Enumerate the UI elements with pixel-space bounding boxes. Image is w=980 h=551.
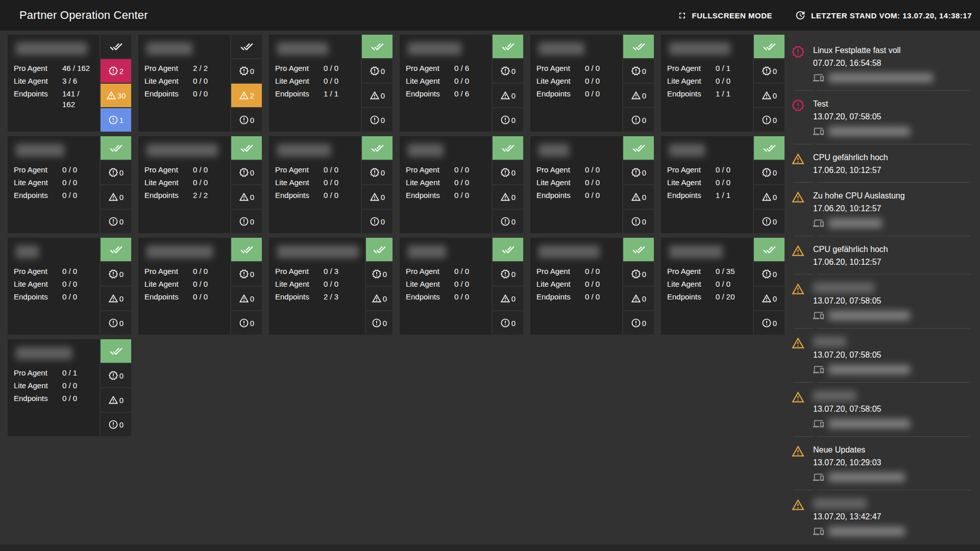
warning-count-tile[interactable]: 0 (231, 185, 262, 209)
info-count-tile[interactable]: 0 (231, 108, 262, 132)
error-count-tile[interactable]: 0 (362, 161, 393, 184)
warning-count-tile[interactable]: 0 (623, 84, 654, 107)
warning-count-tile[interactable]: 0 (754, 185, 785, 209)
info-count-tile[interactable]: 0 (623, 210, 654, 233)
warning-count-tile[interactable]: 0 (362, 185, 393, 209)
warning-count-tile[interactable]: 0 (493, 84, 523, 107)
info-count-tile[interactable]: 0 (493, 108, 523, 132)
ok-status-tile[interactable] (101, 136, 131, 160)
error-count-tile[interactable]: 0 (493, 161, 523, 184)
warning-count-tile[interactable]: 0 (754, 84, 785, 107)
fullscreen-button[interactable]: FULLSCREEN MODE (677, 11, 773, 20)
partner-card[interactable]: Pro Agent 0 / 0 Lite Agent 0 / 0 Endpoin… (400, 136, 523, 233)
error-count-tile[interactable]: 0 (754, 262, 785, 286)
warning-count-tile[interactable]: 0 (493, 185, 523, 209)
partner-card[interactable]: Pro Agent 0 / 0 Lite Agent 0 / 0 Endpoin… (8, 238, 131, 335)
error-count-tile[interactable]: 0 (231, 262, 262, 286)
warning-count-tile[interactable]: 0 (101, 388, 131, 412)
info-count-tile[interactable]: 0 (623, 311, 654, 335)
partner-card[interactable]: Pro Agent 0 / 0 Lite Agent 0 / 0 Endpoin… (269, 35, 393, 132)
notification-item[interactable]: Linux Festplatte fast voll 07.07.20, 16:… (788, 37, 970, 91)
info-count-tile[interactable]: 0 (366, 311, 393, 335)
ok-status-tile[interactable] (101, 339, 131, 363)
info-count-tile[interactable]: 0 (101, 413, 131, 436)
partner-card[interactable]: Pro Agent 46 / 162 Lite Agent 3 / 6 Endp… (8, 35, 131, 132)
warning-count-tile[interactable]: 2 (231, 84, 262, 107)
ok-status-tile[interactable] (493, 136, 523, 160)
error-count-tile[interactable]: 0 (493, 262, 523, 286)
info-count-tile[interactable]: 1 (101, 108, 131, 132)
partner-card[interactable]: Pro Agent 0 / 0 Lite Agent 0 / 0 Endpoin… (269, 136, 393, 233)
info-count-tile[interactable]: 0 (231, 210, 262, 233)
info-count-tile[interactable]: 0 (754, 108, 785, 132)
warning-count-tile[interactable]: 30 (101, 84, 131, 107)
ok-status-tile[interactable] (362, 35, 393, 58)
error-count-tile[interactable]: 2 (101, 59, 131, 83)
warning-count-tile[interactable]: 0 (231, 287, 262, 310)
warning-count-tile[interactable]: 0 (362, 84, 393, 107)
notification-item[interactable]: 13.07.20, 07:58:05 (788, 274, 970, 329)
error-count-tile[interactable]: 0 (231, 59, 262, 83)
partner-card[interactable]: Pro Agent 0 / 0 Lite Agent 0 / 0 Endpoin… (661, 136, 785, 233)
ok-status-tile[interactable] (623, 238, 654, 261)
notification-item[interactable]: CPU gefährlich hoch 17.06.20, 10:12:57 (788, 236, 970, 274)
partner-card[interactable]: Pro Agent 0 / 1 Lite Agent 0 / 0 Endpoin… (8, 339, 131, 436)
error-count-tile[interactable]: 0 (754, 161, 785, 184)
error-count-tile[interactable]: 0 (623, 59, 654, 83)
warning-count-tile[interactable]: 0 (101, 287, 131, 310)
warning-count-tile[interactable]: 0 (366, 287, 393, 310)
partner-card[interactable]: Pro Agent 0 / 35 Lite Agent 0 / 0 Endpoi… (661, 238, 785, 335)
info-count-tile[interactable]: 0 (493, 210, 523, 233)
ok-status-tile[interactable] (493, 35, 523, 58)
ok-status-tile[interactable] (231, 238, 262, 261)
error-count-tile[interactable]: 0 (493, 59, 523, 83)
info-count-tile[interactable]: 0 (101, 210, 131, 233)
info-count-tile[interactable]: 0 (362, 210, 393, 233)
notification-item[interactable]: Zu hohe CPU Auslastung 17.06.20, 10:12:5… (788, 183, 970, 236)
ok-status-tile[interactable] (101, 238, 131, 261)
info-count-tile[interactable]: 0 (754, 311, 785, 335)
notification-item[interactable]: Neue Updates 13.07.20, 10:29:03 (788, 437, 970, 490)
partner-card[interactable]: Pro Agent 0 / 0 Lite Agent 0 / 0 Endpoin… (530, 238, 654, 335)
partner-card[interactable]: Pro Agent 0 / 0 Lite Agent 0 / 0 Endpoin… (530, 35, 654, 132)
error-count-tile[interactable]: 0 (231, 161, 262, 184)
ok-status-tile[interactable] (623, 136, 654, 160)
warning-count-tile[interactable]: 0 (623, 185, 654, 209)
notification-item[interactable]: 13.07.20, 07:58:05 (788, 329, 970, 383)
partner-card[interactable]: Pro Agent 0 / 3 Lite Agent 0 / 0 Endpoin… (269, 238, 393, 335)
error-count-tile[interactable]: 0 (362, 59, 393, 83)
info-count-tile[interactable]: 0 (362, 108, 393, 132)
ok-status-tile[interactable] (101, 35, 131, 58)
ok-status-tile[interactable] (362, 136, 393, 160)
partner-card[interactable]: Pro Agent 0 / 0 Lite Agent 0 / 0 Endpoin… (8, 136, 131, 233)
ok-status-tile[interactable] (623, 35, 654, 58)
error-count-tile[interactable]: 0 (366, 262, 393, 286)
info-count-tile[interactable]: 0 (493, 311, 523, 335)
notification-item[interactable]: 13.07.20, 07:58:05 (788, 383, 970, 437)
notification-item[interactable]: Test 13.07.20, 07:58:05 (788, 91, 970, 144)
ok-status-tile[interactable] (754, 238, 785, 261)
info-count-tile[interactable]: 0 (231, 311, 262, 335)
error-count-tile[interactable]: 0 (623, 161, 654, 184)
notification-item[interactable]: 13.07.20, 13:42:47 (788, 490, 970, 544)
partner-card[interactable]: Pro Agent 0 / 0 Lite Agent 0 / 0 Endpoin… (400, 238, 523, 335)
ok-status-tile[interactable] (366, 238, 393, 261)
error-count-tile[interactable]: 0 (623, 262, 654, 286)
info-count-tile[interactable]: 0 (623, 108, 654, 132)
partner-card[interactable]: Pro Agent 0 / 0 Lite Agent 0 / 0 Endpoin… (138, 238, 262, 335)
ok-status-tile[interactable] (231, 136, 262, 160)
warning-count-tile[interactable]: 0 (101, 185, 131, 209)
error-count-tile[interactable]: 0 (101, 364, 131, 387)
info-count-tile[interactable]: 0 (754, 210, 785, 233)
error-count-tile[interactable]: 0 (101, 262, 131, 286)
partner-card[interactable]: Pro Agent 0 / 6 Lite Agent 0 / 0 Endpoin… (400, 35, 523, 132)
warning-count-tile[interactable]: 0 (493, 287, 523, 310)
warning-count-tile[interactable]: 0 (754, 287, 785, 310)
error-count-tile[interactable]: 0 (101, 161, 131, 184)
error-count-tile[interactable]: 0 (754, 59, 785, 83)
ok-status-tile[interactable] (754, 136, 785, 160)
partner-card[interactable]: Pro Agent 0 / 0 Lite Agent 0 / 0 Endpoin… (138, 136, 262, 233)
partner-card[interactable]: Pro Agent 2 / 2 Lite Agent 0 / 0 Endpoin… (138, 35, 262, 132)
ok-status-tile[interactable] (493, 238, 523, 261)
warning-count-tile[interactable]: 0 (623, 287, 654, 310)
